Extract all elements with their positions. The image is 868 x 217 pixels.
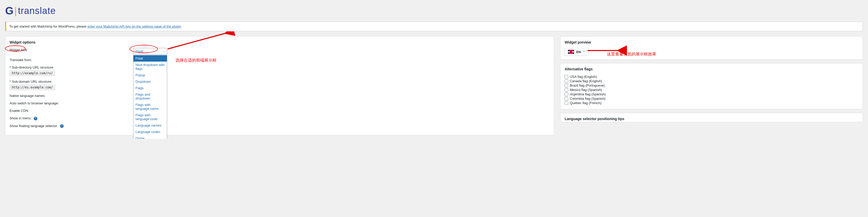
notice-suffix: . xyxy=(181,25,182,28)
checkbox[interactable] xyxy=(565,84,568,87)
checkbox[interactable] xyxy=(565,88,568,92)
show-floating-label: Show floating language selector: xyxy=(9,124,58,128)
chevron-down-icon: ⌄ xyxy=(163,50,165,53)
sub-domain-code: http://es.example.com/ xyxy=(9,85,55,90)
alt-flag-argentina[interactable]: Argentina flag (Spanish) xyxy=(565,92,859,96)
alt-flag-label: Mexico flag (Spanish) xyxy=(570,88,602,92)
lang-selector-tips-title: Language selector positioning tips xyxy=(565,117,859,121)
widget-preview-title: Widget preview xyxy=(565,40,859,44)
dropdown-option-globe[interactable]: Globe xyxy=(133,135,167,139)
widget-options-title: Widget options xyxy=(9,40,550,44)
dropdown-option-flags-dropdown[interactable]: Flags and dropdown xyxy=(133,91,167,101)
widget-options-panel: Widget options Widget look: Float ⌄ Floa… xyxy=(5,36,554,135)
help-icon[interactable]: ? xyxy=(34,117,37,120)
dropdown-option-popup[interactable]: Popup xyxy=(133,72,167,79)
logo-g: G xyxy=(5,5,13,17)
widget-look-value: Float xyxy=(135,49,143,53)
preview-lang: EN xyxy=(576,50,581,54)
sub-dir-code: http://example.com/ru/ xyxy=(9,70,55,76)
preview-float-widget[interactable]: EN ⌃ xyxy=(565,48,588,56)
checkbox[interactable] xyxy=(565,101,568,105)
checkbox[interactable] xyxy=(565,97,568,100)
chevron-up-icon: ⌃ xyxy=(583,51,585,53)
mailchimp-notice: To get started with Mailchimp for WordPr… xyxy=(5,22,863,31)
alt-flag-label: Quebec flag (French) xyxy=(570,101,601,105)
auto-switch-label: Auto switch to browser language: xyxy=(9,101,133,105)
checkbox[interactable] xyxy=(565,93,568,96)
alt-flags-title: Alternative flags xyxy=(565,67,859,71)
alt-flag-label: Colombia flag (Spanish) xyxy=(570,97,606,100)
sub-dir-label: * Sub-directory URL structure: xyxy=(9,65,133,69)
logo-separator: | xyxy=(14,5,17,17)
checkbox[interactable] xyxy=(565,75,568,79)
notice-text: To get started with Mailchimp for WordPr… xyxy=(9,25,87,28)
enable-cdn-label: Enable CDN: xyxy=(9,109,133,113)
notice-link[interactable]: enter your Mailchimp API key on the sett… xyxy=(87,25,181,28)
dropdown-option-flags[interactable]: Flags xyxy=(133,85,167,91)
widget-preview-panel: Widget preview EN ⌃ 这里查看预览的展示框效果 xyxy=(560,36,863,60)
lang-selector-tips-panel: Language selector positioning tips xyxy=(560,113,863,122)
widget-look-select[interactable]: Float ⌄ xyxy=(133,48,167,54)
dropdown-option-lang-codes[interactable]: Language codes xyxy=(133,129,167,135)
alt-flag-label: Brazil flag (Portuguese) xyxy=(570,84,605,87)
alt-flag-label: Argentina flag (Spanish) xyxy=(570,92,606,96)
uk-flag-icon xyxy=(568,50,574,54)
alt-flag-canada[interactable]: Canada flag (English) xyxy=(565,79,859,83)
dropdown-option-float[interactable]: Float xyxy=(133,55,167,62)
logo: G | translate xyxy=(5,0,863,20)
translate-from-label: Translate from: xyxy=(9,58,133,62)
alt-flag-label: Canada flag (English) xyxy=(570,79,602,83)
logo-text: translate xyxy=(18,5,56,16)
dropdown-option-nice[interactable]: Nice dropdown with flags xyxy=(133,62,167,72)
widget-look-dropdown: Float Nice dropdown with flags Popup Dro… xyxy=(133,55,167,139)
alt-flag-colombia[interactable]: Colombia flag (Spanish) xyxy=(565,97,859,100)
native-names-label: Native language names: xyxy=(9,94,133,98)
alt-flag-usa[interactable]: USA flag (English) xyxy=(565,75,859,79)
checkbox[interactable] xyxy=(565,80,568,83)
dropdown-option-flags-code[interactable]: Flags with language code xyxy=(133,112,167,122)
dropdown-option-lang-names[interactable]: Language names xyxy=(133,122,167,129)
help-icon[interactable]: ? xyxy=(60,124,64,128)
alt-flag-brazil[interactable]: Brazil flag (Portuguese) xyxy=(565,84,859,87)
annotation-arrow-preview xyxy=(584,45,630,56)
show-menu-label: Show in menu: xyxy=(9,116,32,120)
alt-flag-mexico[interactable]: Mexico flag (Spanish) xyxy=(565,88,859,92)
dropdown-option-flags-name[interactable]: Flags with language name xyxy=(133,101,167,112)
dropdown-option-dropdown[interactable]: Dropdown xyxy=(133,79,167,85)
widget-look-label: Widget look: xyxy=(9,48,133,52)
alt-flag-quebec[interactable]: Quebec flag (French) xyxy=(565,101,859,105)
annotation-text-preview: 这里查看预览的展示框效果 xyxy=(607,52,656,57)
alt-flag-label: USA flag (English) xyxy=(570,75,597,79)
alt-flags-panel: Alternative flags USA flag (English) Can… xyxy=(560,63,863,109)
sub-domain-label: * Sub-domain URL structure: xyxy=(9,80,133,84)
